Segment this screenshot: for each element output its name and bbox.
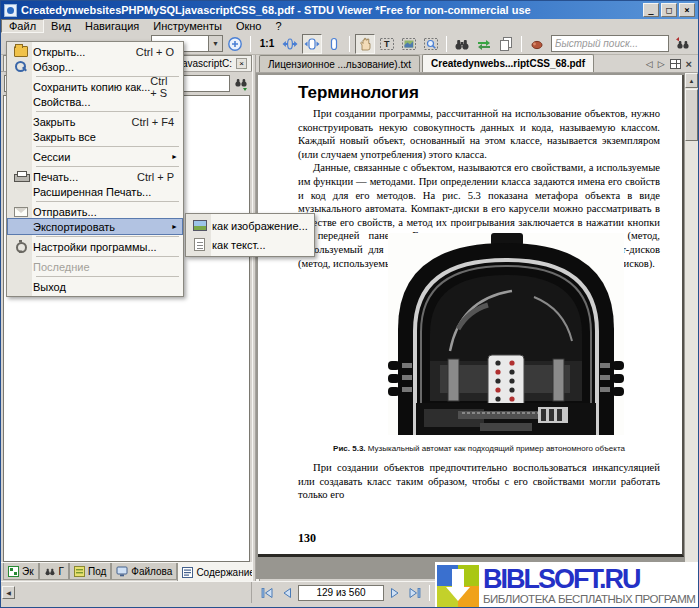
image-select-button[interactable] <box>399 34 419 54</box>
settings-icon <box>14 240 27 253</box>
document-tabstrip: Лицензионное ...льзование).txt Createdyn… <box>256 55 698 73</box>
previous-page-button[interactable] <box>278 584 296 601</box>
app-icon <box>4 4 17 17</box>
scroll-left-icon[interactable]: ◀ <box>2 586 15 599</box>
fit-page-icon <box>282 36 298 52</box>
menu-item-sessions[interactable]: Сессии ► <box>8 149 182 164</box>
document-tab-pdf[interactable]: Createdynwebs...riptCSS_68.pdf <box>422 54 594 72</box>
close-document-icon[interactable]: × <box>686 58 692 70</box>
next-page-icon <box>388 586 402 600</box>
contents-icon <box>182 567 193 578</box>
find-previous-icon <box>675 36 691 52</box>
tab-file-system[interactable]: Файлова <box>111 563 177 580</box>
first-page-icon <box>260 586 274 600</box>
menu-tools[interactable]: Инструменты <box>146 19 229 33</box>
menu-item-close-all[interactable]: Закрыть все <box>8 129 182 144</box>
menu-item-open[interactable]: Открыть... Ctrl + O <box>8 44 182 59</box>
tab-highlights[interactable]: Под <box>69 563 111 580</box>
submenu-arrow-icon: ► <box>171 223 178 230</box>
menu-item-properties[interactable]: Свойства... <box>8 94 182 109</box>
menu-window[interactable]: Окно <box>229 19 269 33</box>
grid-icon[interactable] <box>670 59 681 69</box>
submenu-item-as-text[interactable]: как текст... <box>187 235 313 254</box>
menu-navigation[interactable]: Навигация <box>78 19 146 33</box>
find-previous-button[interactable] <box>673 34 693 54</box>
menu-help[interactable]: ? <box>268 19 288 33</box>
jukebox-figure <box>388 233 624 437</box>
printer-icon <box>14 171 28 182</box>
zoom-region-button[interactable] <box>421 34 441 54</box>
close-button[interactable]: × <box>679 3 695 17</box>
copy-icon <box>498 36 514 52</box>
fit-width-icon <box>304 36 320 52</box>
image-select-icon <box>401 36 417 52</box>
scrollbar-thumb[interactable] <box>685 89 698 141</box>
swap-pages-button[interactable] <box>474 34 494 54</box>
sidebar-bottom-tabs: Эк Г Под Файлова Содержание <box>1 562 252 581</box>
page-body-text-2: При создании объектов предпочтительно во… <box>298 461 660 502</box>
page-heading: Терминология <box>298 83 419 103</box>
text-select-icon: T <box>379 36 395 52</box>
close-icon[interactable]: × <box>236 58 247 69</box>
menu-item-print[interactable]: Печать... Ctrl + P <box>8 169 182 184</box>
search-button[interactable] <box>452 34 472 54</box>
sidebar-horizontal-scrollbar[interactable]: ◀ <box>1 582 252 603</box>
export-submenu: как изображение... как текст... <box>185 213 315 257</box>
submenu-arrow-icon: ► <box>171 153 178 160</box>
zoom-in-icon <box>227 36 243 52</box>
title-bar: CreatedynwebsitesPHPMySQLjavascriptCSS_6… <box>1 1 698 19</box>
menu-item-browse[interactable]: Обзор... <box>8 59 182 74</box>
image-icon <box>193 220 207 231</box>
menu-item-close[interactable]: Закрыть Ctrl + F4 <box>8 114 182 129</box>
scroll-up-icon[interactable]: ▲ <box>685 73 698 88</box>
menu-view[interactable]: Вид <box>44 19 78 33</box>
folder-open-icon <box>14 46 28 57</box>
tab-scroll-right-icon[interactable]: ▷ <box>658 59 665 69</box>
menu-item-program-settings[interactable]: Настройки программы... <box>8 239 182 254</box>
fit-width-button[interactable] <box>302 34 322 54</box>
tab-thumbnails[interactable]: Эк <box>3 563 39 580</box>
tab-search[interactable]: Г <box>39 563 69 580</box>
tab-contents[interactable]: Содержание <box>177 563 259 582</box>
fit-height-button[interactable] <box>324 34 344 54</box>
submenu-item-as-image[interactable]: как изображение... <box>187 216 313 235</box>
menu-file[interactable]: Файл <box>1 19 44 33</box>
figure-caption: Рис. 5.3. Музыкальный автомат как подход… <box>298 444 660 453</box>
chevron-down-icon[interactable]: ▼ <box>208 36 222 51</box>
minimize-button[interactable]: _ <box>643 3 659 17</box>
zoom-region-icon <box>423 36 439 52</box>
page-number: 130 <box>298 531 316 546</box>
menu-item-advanced-print[interactable]: Расширенная Печать... <box>8 184 182 199</box>
first-page-button[interactable] <box>258 584 276 601</box>
zoom-in-button[interactable] <box>225 34 245 54</box>
menu-item-exit[interactable]: Выход <box>8 279 182 294</box>
document-view[interactable]: Терминология При создании программы, рас… <box>256 73 685 579</box>
quick-search-input[interactable] <box>551 35 669 52</box>
watermark-title: BIBLSOFT.RU <box>483 566 695 593</box>
tab-scroll-left-icon[interactable]: ◁ <box>646 59 653 69</box>
find-next-button[interactable] <box>695 34 699 54</box>
actual-size-button[interactable]: 1:1 <box>256 34 278 54</box>
menu-item-export[interactable]: Экспортировать ► <box>8 219 182 234</box>
find-in-contents-icon[interactable] <box>233 75 249 91</box>
last-page-button[interactable] <box>406 584 424 601</box>
next-page-button[interactable] <box>386 584 404 601</box>
page-indicator[interactable]: 129 из 560 <box>298 585 384 601</box>
text-file-icon <box>194 238 205 251</box>
hand-icon <box>357 36 373 52</box>
menu-item-send[interactable]: Отправить... <box>8 204 182 219</box>
maximize-button[interactable]: □ <box>661 3 677 17</box>
menu-item-save-copy-as[interactable]: Сохранить копию как... Ctrl + S <box>8 79 182 94</box>
vertical-scrollbar[interactable]: ▲ ▼ <box>685 73 698 579</box>
fit-height-icon <box>326 36 342 52</box>
watermark-subtitle: БИБЛИОТЕКА БЕСПЛАТНЫХ ПРОГРАММ <box>483 594 695 606</box>
menu-item-recent: Последние <box>8 259 182 274</box>
fit-page-button[interactable] <box>280 34 300 54</box>
previous-page-icon <box>280 586 294 600</box>
hand-tool-button[interactable] <box>355 34 375 54</box>
document-page: Терминология При создании программы, рас… <box>258 75 684 557</box>
text-select-button[interactable]: T <box>377 34 397 54</box>
marker-button[interactable] <box>527 34 547 54</box>
copy-button[interactable] <box>496 34 516 54</box>
document-tab-license[interactable]: Лицензионное ...льзование).txt <box>259 55 420 72</box>
